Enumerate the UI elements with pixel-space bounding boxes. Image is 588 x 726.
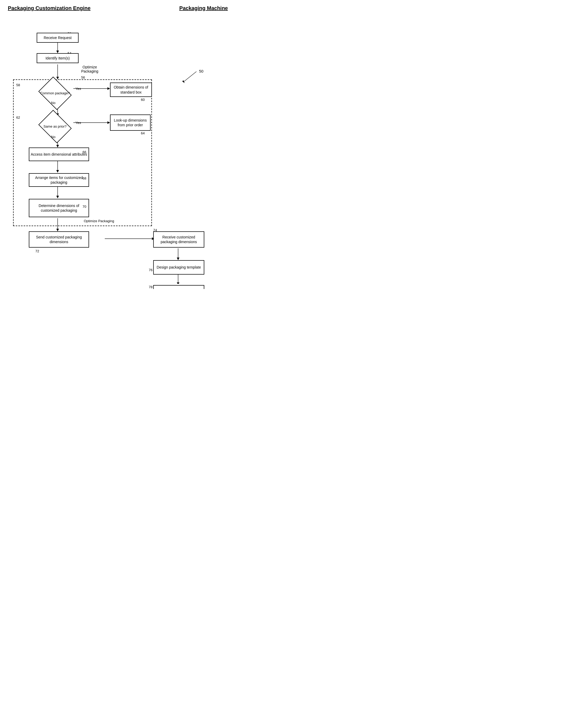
ref-74: 74 — [153, 228, 157, 232]
ref-76: 76 — [149, 268, 152, 272]
ref-70: 70 — [83, 205, 86, 209]
svg-marker-17 — [56, 229, 59, 231]
lookup-dimensions-box: Look-up dimensions from prior order — [110, 115, 151, 131]
ref-62: 62 — [16, 116, 20, 120]
arrange-items-box: Arrange items for customized packaging — [29, 173, 89, 187]
ref-58: 58 — [16, 83, 20, 87]
determine-dimensions-box: Determine dimensions of customized packa… — [29, 199, 89, 217]
svg-marker-3 — [56, 77, 59, 79]
ref-78: 78 — [149, 285, 152, 289]
no-label-2: No — [51, 135, 56, 139]
yes-label-2: Yes — [76, 121, 81, 125]
svg-marker-23 — [177, 283, 180, 284]
svg-marker-1 — [56, 50, 59, 53]
cut-template-box: Cut packaging template — [153, 285, 204, 289]
right-header-title: Packaging Machine — [179, 5, 228, 11]
no-label-1: No — [51, 101, 56, 105]
ref-66: 66 — [83, 150, 86, 154]
headers: Packaging Customization Engine Packaging… — [5, 5, 230, 11]
ref-64: 64 — [141, 131, 145, 135]
receive-request-box: Receive Request — [37, 33, 79, 43]
svg-marker-25 — [182, 80, 185, 83]
yes-label-1: Yes — [76, 87, 81, 91]
optimize-packaging-footer: Optimize Packaging — [84, 219, 114, 223]
obtain-dimensions-box: Obtain dimensions of standard box — [110, 83, 152, 97]
ref-72: 72 — [35, 249, 39, 253]
design-template-box: Design packaging template — [153, 260, 204, 274]
access-item-box: Access item dimensional attributes — [29, 147, 89, 161]
send-dimensions-box: Send customized packaging dimensions — [29, 231, 89, 248]
ref-56: 56 — [81, 76, 85, 79]
svg-line-24 — [183, 71, 196, 82]
identify-items-box: Identify Item(s) — [37, 53, 79, 63]
left-header-title: Packaging Customization Engine — [8, 5, 91, 11]
diagram-ref-50: 50 — [199, 69, 204, 74]
receive-dimensions-box: Receive customized packaging dimensions — [153, 231, 204, 248]
ref-60: 60 — [141, 98, 145, 102]
diagram-area: 52 Receive Request 54 Identify Item(s) O… — [5, 17, 230, 284]
optimize-packaging-label: OptimizePackaging — [81, 65, 98, 74]
page: Packaging Customization Engine Packaging… — [5, 5, 230, 284]
svg-marker-21 — [177, 257, 180, 260]
ref-68: 68 — [83, 176, 86, 180]
